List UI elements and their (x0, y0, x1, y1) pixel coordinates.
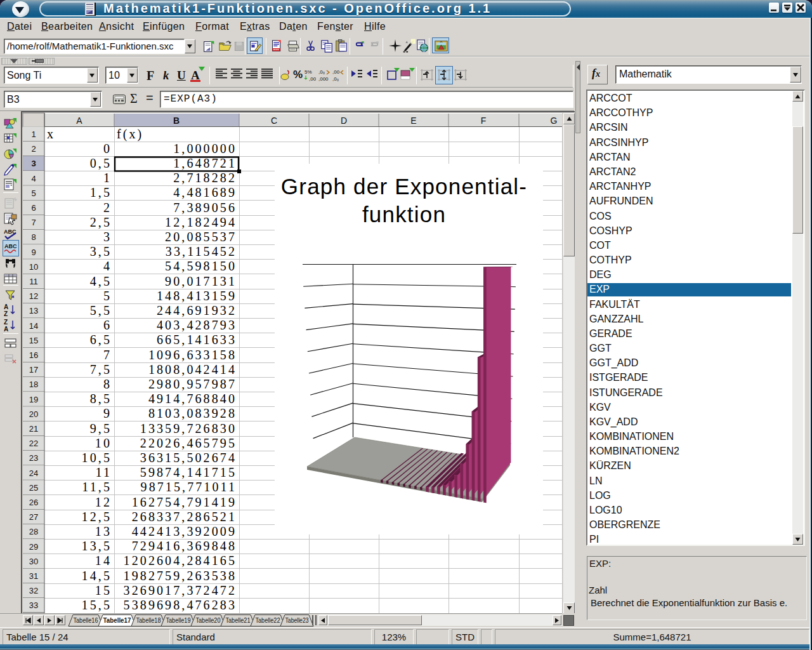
svg-text:15: 15 (29, 336, 38, 345)
svg-text:A: A (4, 326, 8, 332)
svg-text:10: 10 (95, 436, 112, 450)
svg-text:8: 8 (103, 377, 112, 391)
svg-text:3269017,372472: 3269017,372472 (124, 583, 237, 597)
svg-text:12: 12 (29, 291, 38, 301)
svg-text:21: 21 (29, 424, 38, 434)
svg-text:A: A (4, 303, 8, 310)
svg-text:Graph der Exponential-: Graph der Exponential- (281, 174, 527, 199)
svg-text:98715,771011: 98715,771011 (141, 480, 237, 494)
svg-text:442413,392009: 442413,392009 (132, 524, 237, 538)
svg-text:1,5: 1,5 (90, 185, 112, 199)
svg-text:6,5: 6,5 (90, 333, 112, 347)
svg-text:5: 5 (31, 189, 36, 198)
svg-text:14,5: 14,5 (82, 569, 112, 583)
svg-text:26: 26 (29, 498, 38, 507)
svg-text:12: 12 (95, 495, 112, 509)
svg-text:Tabelle18: Tabelle18 (136, 616, 161, 624)
svg-text:6: 6 (103, 318, 112, 332)
svg-text:funktion: funktion (362, 202, 446, 227)
svg-text:ABC: ABC (4, 243, 17, 249)
svg-text:,00: ,00 (309, 76, 316, 82)
svg-text:,0₀: ,0₀ (318, 69, 325, 75)
svg-text:16: 16 (29, 350, 38, 360)
svg-text:2: 2 (103, 201, 112, 215)
svg-text:20,085537: 20,085537 (165, 230, 237, 244)
svg-text:729416,369848: 729416,369848 (132, 539, 237, 553)
svg-text:4: 4 (103, 259, 112, 273)
svg-text:90,017131: 90,017131 (165, 274, 237, 288)
svg-text:5,5: 5,5 (90, 303, 112, 317)
svg-text:0: 0 (103, 142, 112, 156)
svg-text:10: 10 (29, 262, 38, 272)
svg-text:59874,141715: 59874,141715 (140, 465, 237, 479)
svg-text:4914,768840: 4914,768840 (148, 392, 237, 406)
svg-text:Tabelle23: Tabelle23 (285, 616, 309, 624)
svg-text:3,5: 3,5 (90, 244, 112, 258)
svg-text:Tabelle17: Tabelle17 (103, 616, 131, 624)
svg-text:A: A (76, 116, 82, 126)
svg-text:665,141633: 665,141633 (157, 333, 237, 347)
svg-text:33: 33 (29, 600, 38, 610)
svg-text:2: 2 (31, 144, 36, 154)
svg-text:36315,502674: 36315,502674 (140, 451, 237, 465)
svg-text:18: 18 (29, 380, 38, 389)
svg-text:13,5: 13,5 (82, 539, 112, 553)
svg-text:148,413159: 148,413159 (157, 289, 237, 303)
svg-text:1202604,284165: 1202604,284165 (124, 554, 237, 567)
svg-text:3: 3 (103, 230, 112, 244)
svg-text:1982759,263538: 1982759,263538 (124, 569, 237, 583)
svg-text:9: 9 (31, 248, 36, 257)
svg-text:30: 30 (29, 557, 38, 566)
svg-text:13: 13 (29, 306, 38, 315)
svg-text:19: 19 (29, 395, 38, 404)
svg-text:268337,286521: 268337,286521 (132, 510, 237, 524)
svg-text:,000: ,000 (318, 76, 329, 82)
svg-text:29: 29 (29, 542, 38, 552)
svg-text:7: 7 (31, 218, 36, 227)
svg-text:17: 17 (29, 365, 38, 375)
svg-text:Tabelle22: Tabelle22 (256, 616, 280, 624)
svg-text:1808,042414: 1808,042414 (148, 362, 237, 376)
svg-text:8,5: 8,5 (90, 392, 112, 406)
svg-text:11: 11 (96, 465, 112, 479)
svg-text:B: B (173, 116, 180, 126)
svg-text:,00: ,00 (332, 69, 340, 75)
svg-text:4: 4 (31, 174, 36, 183)
svg-text:33,115452: 33,115452 (166, 244, 237, 258)
svg-text:23: 23 (29, 453, 38, 463)
svg-text:22: 22 (29, 439, 38, 448)
svg-text:8103,083928: 8103,083928 (148, 406, 237, 420)
svg-text:E: E (410, 116, 416, 126)
svg-text:403,428793: 403,428793 (157, 318, 237, 332)
svg-text:14: 14 (29, 321, 38, 331)
svg-text:1096,633158: 1096,633158 (148, 348, 237, 362)
svg-text:x: x (47, 127, 55, 141)
svg-text:8: 8 (31, 232, 36, 242)
svg-text:7,5: 7,5 (90, 362, 112, 376)
svg-text:G: G (551, 116, 558, 126)
svg-text:Z: Z (4, 310, 8, 317)
svg-text:28: 28 (29, 527, 38, 536)
svg-text:7: 7 (103, 348, 112, 362)
svg-text:1,648721: 1,648721 (173, 156, 237, 170)
svg-text:Tabelle20: Tabelle20 (196, 616, 221, 624)
svg-text:31: 31 (29, 571, 38, 581)
svg-text:13359,726830: 13359,726830 (140, 421, 237, 435)
svg-text:7,389056: 7,389056 (173, 201, 237, 215)
svg-text:20: 20 (29, 409, 38, 419)
svg-text:3: 3 (31, 159, 36, 168)
svg-text:5: 5 (103, 289, 112, 303)
svg-text:24: 24 (29, 468, 38, 478)
svg-text:25: 25 (29, 483, 38, 493)
svg-text:1: 1 (31, 129, 36, 139)
svg-text:12,182494: 12,182494 (165, 215, 237, 229)
svg-text:9: 9 (103, 406, 112, 420)
svg-text:4,5: 4,5 (90, 274, 112, 288)
svg-text:54,598150: 54,598150 (165, 259, 237, 273)
svg-text:F: F (481, 116, 487, 126)
svg-text:5389698,476283: 5389698,476283 (124, 598, 237, 612)
svg-text:f(x): f(x) (117, 127, 143, 142)
svg-text:14: 14 (95, 554, 112, 567)
svg-text:C: C (271, 116, 277, 126)
svg-text:15: 15 (95, 583, 112, 597)
